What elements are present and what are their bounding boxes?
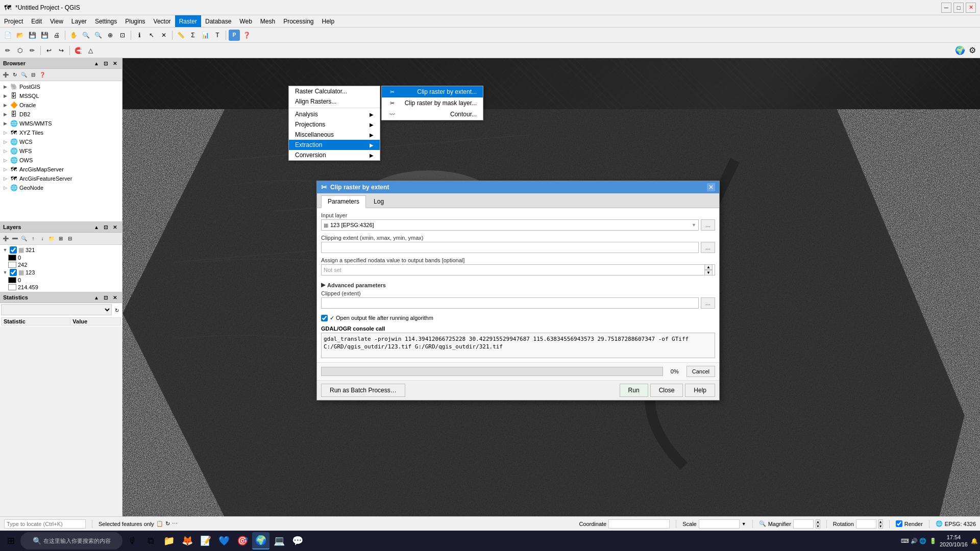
nodata-spin-up[interactable]: ▲ xyxy=(704,264,713,270)
browser-collapse-btn[interactable]: ▲ xyxy=(92,59,101,67)
output-input[interactable]: C:/GRD/qgis_outdir/321.tif xyxy=(321,297,699,309)
zoom-layer-btn[interactable]: ⊡ xyxy=(117,30,128,41)
stats-close-btn[interactable]: ✕ xyxy=(111,293,119,302)
advanced-toggle[interactable]: ▶ Advanced parameters xyxy=(321,280,715,290)
sigma-btn[interactable]: Σ xyxy=(187,30,199,41)
pan-btn[interactable]: ✋ xyxy=(68,30,79,41)
selected-features-icon[interactable]: 📋 xyxy=(156,520,163,527)
measure-btn[interactable]: 📏 xyxy=(175,30,186,41)
remove-layer-btn[interactable]: ➖ xyxy=(11,235,19,243)
input-layer-input-container[interactable]: ▦ 123 [EPSG:4326] ▼ xyxy=(321,219,699,231)
layer-up-btn[interactable]: ↑ xyxy=(29,235,37,243)
topology-btn[interactable]: △ xyxy=(85,45,96,56)
tree-item-mssql[interactable]: ▶ 🗄 MSSQL xyxy=(0,91,122,101)
zoom-out-btn[interactable]: 🔍 xyxy=(92,30,104,41)
browser-float-btn[interactable]: ⊡ xyxy=(102,59,110,67)
rotation-up[interactable]: ▲ xyxy=(878,519,883,524)
file-explorer-btn[interactable]: 📁 xyxy=(160,532,178,549)
magnifier-spinbox[interactable]: ▲ ▼ xyxy=(816,519,820,529)
chart-btn[interactable]: 📊 xyxy=(200,30,211,41)
selected-refresh-icon[interactable]: ↻ xyxy=(165,520,170,527)
layer-123[interactable]: ▼ ▦ 123 xyxy=(0,268,122,277)
add-layer-btn[interactable]: ➕ xyxy=(2,235,10,243)
layers-collapse-btn[interactable]: ▲ xyxy=(92,223,101,231)
rotation-spinbox[interactable]: ▲ ▼ xyxy=(878,519,883,529)
word-btn[interactable]: 📝 xyxy=(197,532,214,549)
selected-more-icon[interactable]: ⋯ xyxy=(172,520,178,527)
menu-edit[interactable]: Edit xyxy=(27,15,46,27)
layer-filter-btn[interactable]: 🔍 xyxy=(20,235,28,243)
save-as-btn[interactable]: 💾 xyxy=(39,30,50,41)
layer-123-checkbox[interactable] xyxy=(10,269,17,276)
zoom-in-btn[interactable]: 🔍 xyxy=(80,30,91,41)
open-btn[interactable]: 📂 xyxy=(14,30,26,41)
new-project-btn[interactable]: 📄 xyxy=(2,30,13,41)
rotation-down[interactable]: ▼ xyxy=(878,524,883,529)
rotation-input[interactable]: 0.0 ° xyxy=(856,519,876,529)
snap-btn[interactable]: 🧲 xyxy=(72,45,84,56)
menu-vector[interactable]: Vector xyxy=(150,15,175,27)
locate-input[interactable] xyxy=(4,519,86,529)
node-btn[interactable]: ⬡ xyxy=(14,45,26,56)
undo-btn[interactable]: ↩ xyxy=(43,45,55,56)
identify-btn[interactable]: ℹ xyxy=(134,30,145,41)
scale-input[interactable]: 1:542038 xyxy=(699,519,740,529)
plugin-icon2[interactable]: ⚙ xyxy=(967,45,978,56)
search-bar[interactable]: 🔍 在这里输入你要搜索的内容 xyxy=(20,532,122,549)
input-layer-dropdown-arrow[interactable]: ▼ xyxy=(692,222,696,228)
input-layer-more-btn[interactable]: … xyxy=(701,219,715,231)
tree-item-wmswmts[interactable]: ▶ 🌐 WMS/WMTS xyxy=(0,119,122,128)
wechat-btn[interactable]: 💬 xyxy=(289,532,306,549)
tree-item-xyztiles[interactable]: ▷ 🗺 XYZ Tiles xyxy=(0,128,122,137)
tree-item-arcgisfeatureserver[interactable]: ▷ 🗺 ArcGisFeatureServer xyxy=(0,174,122,183)
tree-item-arcgismapserver[interactable]: ▷ 🗺 ArcGisMapServer xyxy=(0,165,122,174)
render-checkbox[interactable] xyxy=(896,520,902,527)
firefox-btn[interactable]: 🦊 xyxy=(179,532,196,549)
help-button[interactable]: Help xyxy=(685,384,715,397)
magnifier-up[interactable]: ▲ xyxy=(816,519,820,524)
layer-collapse-btn[interactable]: ⊟ xyxy=(66,235,74,243)
scale-dropdown[interactable]: ▼ xyxy=(742,521,746,527)
tree-item-oracle[interactable]: ▶ 🔶 Oracle xyxy=(0,101,122,110)
menu-mesh[interactable]: Mesh xyxy=(256,15,279,27)
cancel-button[interactable]: Cancel xyxy=(687,366,715,377)
menu-raster[interactable]: Raster xyxy=(175,15,201,27)
tree-item-wfs[interactable]: ▷ 🌐 WFS xyxy=(0,146,122,156)
print-btn[interactable]: 🖨 xyxy=(51,30,62,41)
deselect-btn[interactable]: ✕ xyxy=(158,30,169,41)
menu-project[interactable]: Project xyxy=(0,15,27,27)
tree-item-wcs[interactable]: ▷ 🌐 WCS xyxy=(0,137,122,146)
coordinate-input[interactable]: 114.803, 30.695 xyxy=(608,519,670,529)
stats-float-btn[interactable]: ⊡ xyxy=(102,293,110,302)
tree-item-geonode[interactable]: ▷ 🌐 GeoNode xyxy=(0,183,122,192)
qgis-taskbar-btn[interactable]: 🌍 xyxy=(252,532,270,549)
tree-item-db2[interactable]: ▶ 🗄 DB2 xyxy=(0,110,122,119)
select-btn[interactable]: ↖ xyxy=(146,30,157,41)
magnifier-down[interactable]: ▼ xyxy=(816,524,820,529)
minimize-button[interactable]: ─ xyxy=(941,3,951,13)
menu-web[interactable]: Web xyxy=(235,15,256,27)
close-button[interactable]: Close xyxy=(650,384,683,397)
zoom-full-btn[interactable]: ⊕ xyxy=(105,30,116,41)
layers-float-btn[interactable]: ⊡ xyxy=(102,223,110,231)
dialog-close-btn[interactable]: ✕ xyxy=(707,183,715,191)
menu-processing[interactable]: Processing xyxy=(279,15,317,27)
run-button[interactable]: Run xyxy=(620,384,648,397)
canvas-area[interactable]: Raster Calculator... Align Rasters... An… xyxy=(122,58,980,516)
tree-item-postgis[interactable]: ▶ 🐘 PostGIS xyxy=(0,82,122,91)
epsg-item[interactable]: 🌐 EPSG: 4326 xyxy=(936,520,976,527)
browser-close-btn[interactable]: ✕ xyxy=(111,59,119,67)
app6-btn[interactable]: 🎯 xyxy=(234,532,251,549)
clipping-extent-more-btn[interactable]: … xyxy=(701,242,715,253)
digitize-btn[interactable]: ✏ xyxy=(27,45,38,56)
layer-321-checkbox[interactable] xyxy=(10,246,17,254)
tree-item-ows[interactable]: ▷ 🌐 OWS xyxy=(0,156,122,165)
layer-group-btn[interactable]: 📁 xyxy=(47,235,56,243)
browser-refresh-btn[interactable]: ↻ xyxy=(11,71,19,79)
menu-plugins[interactable]: Plugins xyxy=(121,15,149,27)
magnifier-input[interactable]: 100% xyxy=(793,519,814,529)
menu-settings[interactable]: Settings xyxy=(91,15,121,27)
save-btn[interactable]: 💾 xyxy=(27,30,38,41)
stats-collapse-btn[interactable]: ▲ xyxy=(92,293,101,302)
layer-expand-btn[interactable]: ⊞ xyxy=(57,235,65,243)
